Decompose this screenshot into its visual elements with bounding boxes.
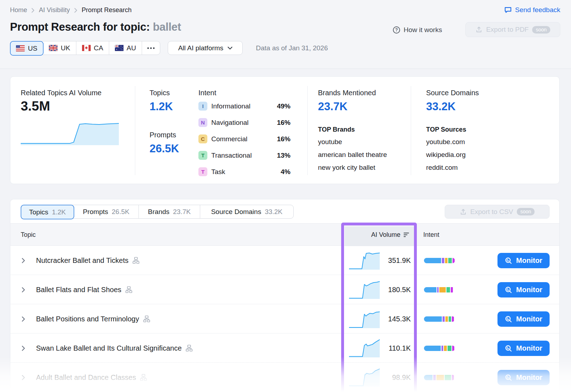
more-countries-button[interactable] — [142, 41, 160, 55]
intent-name: Transactional — [211, 152, 252, 159]
country-tabs: US UK CA AU — [10, 41, 160, 55]
topic-link[interactable]: Swan Lake Ballet and Its Cultural Signif… — [36, 344, 182, 352]
transactional-badge-icon: T — [198, 151, 207, 160]
monitor-button[interactable]: Monitor — [497, 341, 550, 356]
top-source-item: wikipedia.org — [426, 151, 466, 159]
monitor-button[interactable]: Monitor — [497, 311, 550, 327]
uk-flag-icon — [49, 45, 57, 51]
us-flag-icon — [16, 45, 25, 51]
monitor-label: Monitor — [516, 286, 542, 294]
topics-label: Topics — [150, 89, 170, 97]
au-flag-icon — [115, 45, 123, 51]
intent-segment-purple — [441, 346, 443, 351]
column-header-topic: Topic — [21, 224, 36, 246]
chevron-right-icon — [74, 8, 77, 13]
intent-segment-blue — [424, 316, 442, 322]
soon-badge: soon — [532, 26, 550, 34]
subtopics-icon[interactable] — [186, 345, 193, 352]
intent-segment-green — [448, 258, 452, 263]
ai-volume-value: 180.5K — [350, 275, 411, 304]
country-tab-ca[interactable]: CA — [76, 41, 109, 55]
subtopics-icon[interactable] — [140, 374, 147, 381]
export-to-csv-button[interactable]: Export to CSV soon — [445, 205, 550, 219]
expand-chevron-icon[interactable] — [22, 287, 25, 292]
table-header-row: Topic AI Volume Intent — [10, 223, 559, 246]
column-header-intent: Intent — [423, 224, 439, 246]
breadcrumb-ai-visibility[interactable]: AI Visibility — [39, 6, 70, 14]
divider — [307, 86, 308, 175]
table-row[interactable]: Adult Ballet and Dance Classes 98.9K Mon… — [10, 363, 559, 392]
monitor-magnifier-icon — [505, 257, 512, 265]
intent-segment-purple — [437, 287, 439, 292]
table-row[interactable]: Ballet Flats and Flat Shoes 180.5K Monit… — [10, 275, 559, 304]
tab-count: 26.5K — [112, 208, 130, 216]
table-row[interactable]: Ballet Positions and Terminology 145.3K … — [10, 304, 559, 334]
export-to-pdf-button[interactable]: Export to PDF soon — [465, 22, 560, 37]
monitor-magnifier-icon — [505, 345, 512, 352]
intent-segment-magenta — [452, 375, 454, 380]
tab-topics[interactable]: Topics 1.2K — [21, 205, 74, 219]
intent-segment-magenta — [451, 287, 453, 292]
top-sources-label: TOP Sources — [426, 126, 466, 133]
expand-chevron-icon[interactable] — [22, 316, 25, 322]
country-label: UK — [61, 44, 70, 52]
monitor-button[interactable]: Monitor — [497, 370, 550, 385]
country-tab-au[interactable]: AU — [109, 41, 142, 55]
tab-label: Topics — [29, 208, 49, 216]
monitor-label: Monitor — [516, 344, 542, 352]
intent-segment-magenta — [452, 316, 454, 322]
table-row[interactable]: Swan Lake Ballet and Its Cultural Signif… — [10, 334, 559, 363]
source-domains-label: Source Domains — [426, 89, 479, 97]
country-tab-us[interactable]: US — [10, 41, 44, 56]
divider — [411, 86, 411, 175]
topic-link[interactable]: Nutcracker Ballet and Tickets — [36, 256, 128, 265]
top-source-item: reddit.com — [426, 164, 458, 172]
question-circle-icon: ? — [393, 26, 400, 34]
top-brand-item: american ballet theatre — [318, 151, 387, 159]
how-it-works-link[interactable]: ? How it works — [393, 24, 442, 36]
top-brand-item: youtube — [318, 138, 342, 146]
intent-segment-magenta — [452, 346, 454, 351]
breadcrumb-home[interactable]: Home — [10, 6, 27, 14]
monitor-button[interactable]: Monitor — [497, 282, 550, 297]
breadcrumb: Home AI Visibility Prompt Research — [10, 6, 132, 14]
topic-link[interactable]: Ballet Positions and Terminology — [36, 315, 139, 323]
tab-brands[interactable]: Brands 23.7K — [139, 205, 200, 218]
intent-item: T Transactional 13% — [198, 151, 290, 160]
intent-item: I Informational 49% — [198, 102, 290, 111]
expand-chevron-icon[interactable] — [22, 375, 25, 380]
topic-link[interactable]: Adult Ballet and Dance Classes — [36, 373, 136, 382]
subtopics-icon[interactable] — [143, 315, 150, 322]
ai-platforms-dropdown[interactable]: All AI platforms — [168, 41, 243, 55]
subtopics-icon[interactable] — [125, 286, 132, 293]
brands-mentioned-label: Brands Mentioned — [318, 89, 376, 97]
ai-volume-value: 145.3K — [350, 304, 411, 334]
topic-link[interactable]: Ballet Flats and Flat Shoes — [36, 286, 121, 294]
intent-segment-purple — [443, 316, 445, 322]
related-volume-label: Related Topics AI Volume — [21, 89, 101, 97]
intent-segment-amber — [445, 258, 448, 263]
intent-pct: 4% — [281, 168, 290, 176]
intent-name: Commercial — [211, 135, 247, 143]
subtopics-icon[interactable] — [132, 257, 140, 264]
related-volume-trend-chart — [21, 120, 119, 145]
monitor-label: Monitor — [516, 256, 542, 265]
intent-segment-blue — [424, 375, 433, 380]
intent-distribution-bar — [424, 316, 455, 322]
expand-chevron-icon[interactable] — [22, 346, 25, 351]
ai-platforms-value: All AI platforms — [178, 44, 223, 52]
country-tab-uk[interactable]: UK — [43, 41, 76, 55]
country-label: AU — [127, 44, 136, 52]
tab-count: 33.2K — [265, 208, 283, 216]
export-csv-label: Export to CSV — [470, 208, 513, 216]
monitor-button[interactable]: Monitor — [497, 253, 550, 268]
column-header-ai-volume[interactable]: AI Volume — [345, 224, 410, 246]
send-feedback-link[interactable]: Send feedback — [504, 6, 560, 14]
tab-source-domains[interactable]: Source Domains 33.2K — [200, 205, 293, 218]
expand-chevron-icon[interactable] — [22, 258, 25, 263]
intent-segment-green — [449, 316, 451, 322]
table-row[interactable]: Nutcracker Ballet and Tickets 351.9K Mon… — [10, 246, 559, 275]
tab-prompts[interactable]: Prompts 26.5K — [74, 205, 139, 218]
export-pdf-label: Export to PDF — [486, 26, 529, 34]
intent-segment-blue — [424, 287, 436, 292]
